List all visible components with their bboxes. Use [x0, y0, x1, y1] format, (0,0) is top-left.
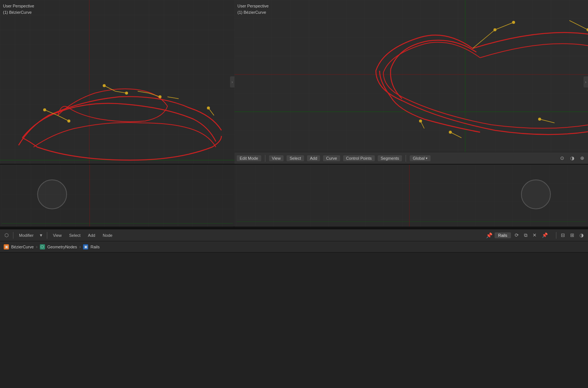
modifier-btn[interactable]: Modifier	[16, 232, 36, 238]
svg-point-14	[125, 92, 128, 95]
viewport-left-bottom[interactable]	[0, 164, 234, 226]
viewport-right-col: User Perspective (1) BézierCurve Edit Mo…	[234, 0, 588, 227]
vp-left-right-arrow[interactable]: ›	[230, 76, 234, 88]
curve-btn[interactable]: Curve	[323, 155, 340, 161]
node-editor-icon[interactable]: ⬡	[3, 232, 10, 239]
slot-icon[interactable]: ⊟	[559, 232, 566, 239]
svg-point-13	[103, 84, 106, 87]
nt-add-btn[interactable]: Add	[85, 232, 98, 238]
node-file-name: Rails	[495, 232, 511, 238]
segments-btn[interactable]: Segments	[378, 155, 402, 161]
gizmo-btn[interactable]: ⊕	[579, 155, 586, 162]
edit-mode-btn[interactable]: Edit Mode	[237, 155, 261, 161]
overlay-btn[interactable]: ⊙	[559, 155, 566, 162]
viewport-right-bottom[interactable]	[234, 164, 588, 226]
circle-indicator-left	[37, 179, 67, 209]
toolbar-sep-1	[265, 155, 265, 162]
breadcrumb-bar: ▣ BézierCurve › ⬡ GeometryNodes › ▣ Rail…	[0, 241, 588, 252]
node-editor: ⬡ Modifier ▾ View Select Add Node 📌 Rail…	[0, 229, 588, 388]
vp-right-right-arrow[interactable]: ›	[584, 76, 588, 88]
snap-icon[interactable]: 📌	[540, 232, 549, 239]
viewport-left[interactable]: User Perspective (1) BézierCurve ›	[0, 0, 234, 164]
nt-select-btn[interactable]: Select	[67, 232, 83, 238]
bc-icon-mesh: ▣	[4, 244, 9, 249]
circle-indicator-right	[521, 179, 551, 209]
close-icon[interactable]: ✕	[531, 232, 538, 239]
toolbar-sep-2	[406, 155, 406, 162]
copy-icon[interactable]: ⧉	[523, 232, 529, 239]
bc-item-3[interactable]: Rails	[90, 245, 99, 249]
bc-item-2[interactable]: GeometryNodes	[47, 245, 77, 249]
svg-rect-0	[0, 0, 234, 164]
select-btn[interactable]: Select	[287, 155, 304, 161]
sync-icon[interactable]: ⟳	[513, 232, 520, 239]
shading-icon[interactable]: ◑	[578, 232, 585, 239]
grid-icon[interactable]: ⊞	[569, 232, 576, 239]
svg-point-16	[207, 106, 210, 109]
bc-sep-2: ›	[79, 244, 81, 249]
viewport-right[interactable]: User Perspective (1) BézierCurve Edit Mo…	[234, 0, 588, 164]
svg-point-39	[449, 131, 452, 134]
node-toolbar-sep	[13, 232, 13, 239]
svg-point-31	[493, 28, 496, 31]
view-btn[interactable]: View	[269, 155, 284, 161]
nt-view-btn[interactable]: View	[50, 232, 64, 238]
svg-point-12	[67, 120, 70, 123]
nt-node-btn[interactable]: Node	[100, 232, 115, 238]
control-points-btn[interactable]: Control Points	[343, 155, 375, 161]
node-toolbar: ⬡ Modifier ▾ View Select Add Node 📌 Rail…	[0, 229, 588, 241]
bc-icon-geo: ⬡	[40, 244, 45, 249]
svg-point-15	[159, 95, 162, 98]
sep-right	[556, 232, 556, 239]
node-canvas[interactable]: Group Input Geometry Profile ▾ Resample …	[0, 252, 588, 388]
svg-point-35	[538, 118, 541, 121]
h-splitter[interactable]	[0, 227, 588, 229]
pin-icon[interactable]: 📌	[486, 232, 492, 238]
bc-item-1[interactable]: BézierCurve	[11, 245, 34, 249]
bc-sep-1: ›	[36, 244, 38, 249]
svg-point-32	[512, 21, 515, 24]
node-file-area: 📌 Rails ⟳ ⧉ ✕ 📌	[486, 232, 553, 239]
svg-rect-20	[234, 0, 588, 164]
svg-point-11	[43, 108, 46, 111]
viewport-shading-btn[interactable]: ◑	[569, 155, 576, 162]
sep2	[47, 232, 47, 239]
connections-svg	[0, 252, 588, 388]
add-btn[interactable]: Add	[307, 155, 320, 161]
global-btn[interactable]: Global ▾	[410, 155, 431, 161]
svg-rect-17	[1, 165, 233, 226]
vp-right-toolbar: Edit Mode View Select Add Curve Control …	[234, 152, 588, 164]
modifier-dropdown-btn[interactable]: ▾	[38, 232, 44, 239]
bc-icon-rails: ▣	[83, 244, 88, 249]
svg-point-40	[419, 120, 422, 123]
